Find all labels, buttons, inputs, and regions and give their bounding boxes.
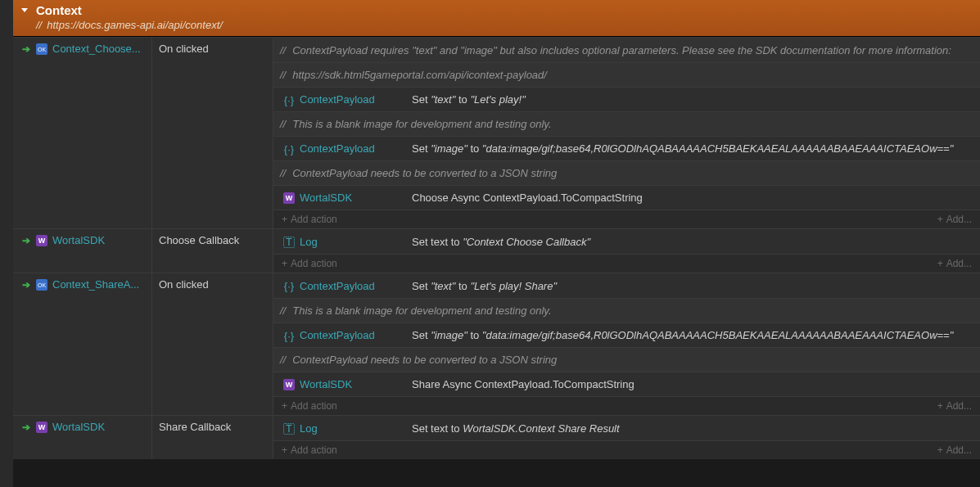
action-line[interactable]: {·}ContextPayloadSet "text" to "Let's pl… xyxy=(273,273,980,298)
collapse-caret-icon[interactable] xyxy=(21,8,28,12)
action-body: Choose Async ContextPayload.ToCompactStr… xyxy=(407,192,973,204)
add-action-row[interactable]: +Add action+Add... xyxy=(273,440,980,459)
action-line[interactable]: WWortalSDKChoose Async ContextPayload.To… xyxy=(273,185,980,210)
event-object-name: WortalSDK xyxy=(52,421,105,433)
comment-line[interactable]: //This is a blank image for development … xyxy=(273,111,980,136)
event-condition[interactable]: On clicked xyxy=(152,273,273,415)
action-line[interactable]: {·}ContextPayloadSet "text" to "Let's pl… xyxy=(273,87,980,111)
event-condition[interactable]: Choose Callback xyxy=(152,229,273,273)
group-header[interactable]: Context //https://docs.games-api.ai/api/… xyxy=(13,0,980,37)
action-body: Set "text" to "Let's play! Share" xyxy=(407,280,973,292)
event-object-name: Context_ShareA... xyxy=(52,278,139,291)
event-object-cell[interactable]: ➔WWortalSDK xyxy=(13,229,152,273)
action-object: WWortalSDK xyxy=(280,192,407,204)
action-body: Set text to "Context Choose Callback" xyxy=(407,236,973,248)
action-line[interactable]: TLogSet text to "Context Choose Callback… xyxy=(273,229,980,254)
trigger-arrow-icon: ➔ xyxy=(21,280,31,290)
json-object-icon: {·} xyxy=(283,143,295,155)
log-object-icon: T xyxy=(283,423,295,435)
json-object-icon: {·} xyxy=(283,330,295,341)
sdk-object-icon: W xyxy=(36,235,47,246)
action-object: {·}ContextPayload xyxy=(280,280,407,292)
event-object-cell[interactable]: ➔OKContext_Choose... xyxy=(13,38,152,228)
event-row[interactable]: ➔OKContext_Choose...On clicked//ContextP… xyxy=(13,37,980,228)
event-condition[interactable]: On clicked xyxy=(152,38,273,228)
event-object-cell[interactable]: ➔WWortalSDK xyxy=(13,416,152,459)
action-line[interactable]: TLogSet text to WortalSDK.Context Share … xyxy=(273,416,980,440)
action-object: {·}ContextPayload xyxy=(280,142,407,155)
trigger-arrow-icon: ➔ xyxy=(21,44,31,54)
event-object-cell[interactable]: ➔OKContext_ShareA... xyxy=(13,273,152,415)
comment-line[interactable]: //ContextPayload needs to be converted t… xyxy=(273,160,980,185)
action-object: {·}ContextPayload xyxy=(280,329,407,341)
action-body: Set text to WortalSDK.Context Share Resu… xyxy=(407,422,973,435)
action-line[interactable]: {·}ContextPayloadSet "image" to "data:im… xyxy=(273,322,980,347)
action-line[interactable]: WWortalSDKShare Async ContextPayload.ToC… xyxy=(273,372,980,396)
action-body: Set "text" to "Let's play!" xyxy=(407,93,973,106)
add-action-row[interactable]: +Add action+Add... xyxy=(273,254,980,273)
group-subtitle: //https://docs.games-api.ai/api/context/ xyxy=(21,19,972,31)
add-action-row[interactable]: +Add action+Add... xyxy=(273,396,980,415)
action-object: {·}ContextPayload xyxy=(280,93,407,106)
action-object: WWortalSDK xyxy=(280,378,407,390)
add-action-row[interactable]: +Add action+Add... xyxy=(273,210,980,228)
comment-line[interactable]: //This is a blank image for development … xyxy=(273,298,980,322)
action-body: Share Async ContextPayload.ToCompactStri… xyxy=(407,378,973,390)
json-object-icon: {·} xyxy=(283,281,295,292)
sdk-object-icon: W xyxy=(36,422,47,433)
action-body: Set "image" to "data:image/gif;base64,R0… xyxy=(407,329,973,341)
trigger-arrow-icon: ➔ xyxy=(21,236,31,246)
comment-line[interactable]: //ContextPayload requires "text" and "im… xyxy=(273,38,980,62)
trigger-arrow-icon: ➔ xyxy=(21,422,31,432)
event-row[interactable]: ➔WWortalSDKChoose CallbackTLogSet text t… xyxy=(13,228,980,273)
json-object-icon: {·} xyxy=(283,94,295,106)
event-object-name: WortalSDK xyxy=(52,234,105,246)
sdk-object-icon: W xyxy=(283,379,295,390)
action-body: Set "image" to "data:image/gif;base64,R0… xyxy=(407,142,973,155)
gutter xyxy=(0,0,13,487)
group-title: Context xyxy=(36,3,82,17)
event-object-name: Context_Choose... xyxy=(52,43,141,55)
log-object-icon: T xyxy=(283,237,295,248)
comment-line[interactable]: //https://sdk.html5gameportal.com/api/ic… xyxy=(273,62,980,87)
event-row[interactable]: ➔OKContext_ShareA...On clicked{·}Context… xyxy=(13,273,980,415)
event-condition[interactable]: Share Callback xyxy=(152,416,273,459)
comment-line[interactable]: //ContextPayload needs to be converted t… xyxy=(273,347,980,372)
action-object: TLog xyxy=(280,236,407,248)
event-row[interactable]: ➔WWortalSDKShare CallbackTLogSet text to… xyxy=(13,415,980,459)
button-object-icon: OK xyxy=(36,43,47,55)
action-object: TLog xyxy=(280,422,407,435)
button-object-icon: OK xyxy=(36,279,47,291)
sdk-object-icon: W xyxy=(283,192,295,204)
action-line[interactable]: {·}ContextPayloadSet "image" to "data:im… xyxy=(273,136,980,160)
